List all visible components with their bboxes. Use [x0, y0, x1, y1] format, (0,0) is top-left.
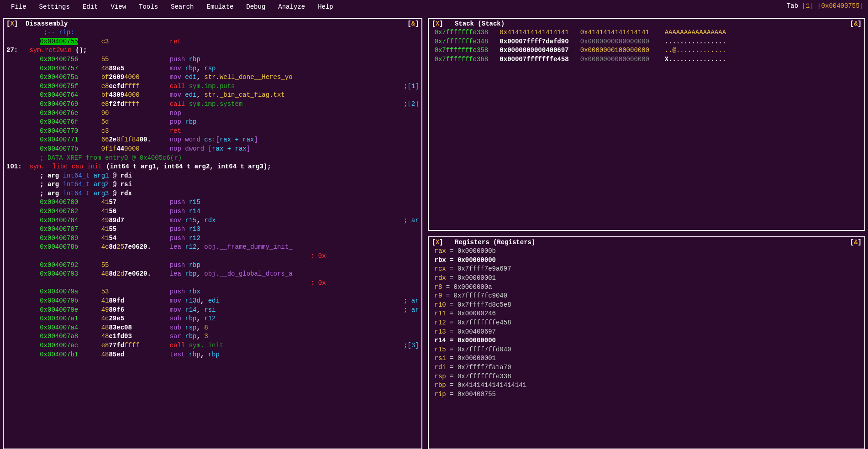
- disasm-line[interactable]: 0x00400769 e8f2fdffffcall sym.imp.system…: [9, 100, 419, 109]
- disasm-line[interactable]: 0x00400782 4156push r14: [9, 207, 419, 216]
- disasm-line[interactable]: 101: sym.__libc_csu_init (int64_t arg1, …: [6, 162, 419, 172]
- disasm-line[interactable]: 0x0040079a 53push rbx: [9, 287, 419, 297]
- register-row[interactable]: rip = 0x00400755: [434, 390, 862, 399]
- disasm-line[interactable]: 0x004007b1 4885edtest rbp, rbp: [9, 350, 419, 360]
- options-icon[interactable]: [&]: [850, 238, 862, 247]
- close-icon[interactable]: [X]: [431, 20, 443, 27]
- menu-edit[interactable]: Edit: [76, 2, 105, 13]
- disasm-line[interactable]: 0x0040076f 5dpop rbp: [9, 118, 419, 127]
- tab-label: Tab: [787, 2, 798, 10]
- disasm-line[interactable]: 0x00400764 bf43094000mov edi, str._bin_c…: [9, 91, 419, 100]
- disasm-line[interactable]: 0x0040076e 90nop: [9, 109, 419, 118]
- disasm-line[interactable]: ; arg int64_t arg2 @ rsi: [9, 180, 419, 189]
- registers-panel[interactable]: [X] Registers (Registers) [&] rax = 0x00…: [428, 236, 865, 449]
- menu-settings[interactable]: Settings: [33, 2, 76, 13]
- menu-debug[interactable]: Debug: [240, 2, 272, 13]
- register-row[interactable]: r11 = 0x00000246: [434, 309, 862, 318]
- register-row[interactable]: rdi = 0x7ffff7fa1a70: [434, 363, 862, 372]
- registers-body[interactable]: rax = 0x0000000brbx = 0x00000000rcx = 0x…: [431, 247, 862, 399]
- menu-search[interactable]: Search: [164, 2, 200, 13]
- panel-title-text: Registers (Registers): [455, 239, 535, 246]
- disasm-line[interactable]: 0x00400770 c3ret: [9, 127, 419, 136]
- disasm-line[interactable]: 0x0040078b 4c8d257e0620.lea r12, obj.__f…: [9, 243, 419, 252]
- disasm-line[interactable]: 0x00400771 662e0f1f8400.nop word cs:[rax…: [9, 136, 419, 145]
- panel-title-text: Stack (Stack): [455, 20, 505, 27]
- register-row[interactable]: r10 = 0x7ffff7d8c5e8: [434, 301, 862, 310]
- disasm-line[interactable]: 0x004007ac e877fdffffcall sym._init;[3]: [9, 341, 419, 350]
- main-area: [X] Disassembly [&] ;-- rip: 0x00400755 …: [0, 15, 868, 449]
- stack-panel[interactable]: [X] Stack (Stack) [&] 0x7fffffffe338 0x4…: [428, 18, 865, 231]
- stack-row[interactable]: 0x7fffffffe338 0x4141414141414141 0x4141…: [434, 28, 862, 37]
- register-row[interactable]: r15 = 0x7ffff7ffd040: [434, 345, 862, 355]
- close-icon[interactable]: [X]: [431, 239, 443, 246]
- tab-address: [0x00400755]: [817, 2, 863, 10]
- disasm-line[interactable]: 0x0040075f e8ecfdffffcall sym.imp.puts;[…: [9, 82, 419, 91]
- register-row[interactable]: rdx = 0x00000001: [434, 274, 862, 283]
- disasm-line[interactable]: ; 0x: [9, 279, 419, 288]
- register-row[interactable]: rax = 0x0000000b: [434, 247, 862, 256]
- register-row[interactable]: rcx = 0x7ffff7e9a697: [434, 265, 862, 274]
- stack-body[interactable]: 0x7fffffffe338 0x4141414141414141 0x4141…: [431, 28, 862, 64]
- disassembly-panel[interactable]: [X] Disassembly [&] ;-- rip: 0x00400755 …: [3, 18, 422, 449]
- menu-view[interactable]: View: [104, 2, 132, 13]
- register-row[interactable]: rbp = 0x4141414141414141: [434, 381, 862, 390]
- disasm-line[interactable]: ; arg int64_t arg1 @ rdi: [9, 172, 419, 181]
- menu-analyze[interactable]: Analyze: [272, 2, 311, 13]
- register-row[interactable]: r14 = 0x00000000: [434, 336, 862, 345]
- disasm-line[interactable]: 0x0040079e 4989f6mov r14, rsi; ar: [9, 306, 419, 315]
- disasm-line[interactable]: 0x0040075a bf26094000mov edi, str.Well_d…: [9, 73, 419, 82]
- disasm-line[interactable]: 0x004007a1 4c29e5sub rbp, r12: [9, 314, 419, 324]
- disasm-line[interactable]: 0x004007a4 4883ec08sub rsp, 8: [9, 324, 419, 333]
- menu-file[interactable]: File: [5, 2, 33, 13]
- register-row[interactable]: r12 = 0x7fffffffe458: [434, 318, 862, 328]
- disassembly-body[interactable]: ;-- rip: 0x00400755 c3ret 27: sym.ret2wi…: [6, 28, 419, 359]
- disasm-line[interactable]: ; DATA XREF from entry0 @ 0x4005c6(r): [9, 154, 419, 163]
- disasm-line[interactable]: 0x00400780 4157push r15: [9, 198, 419, 207]
- menubar: FileSettingsEditViewToolsSearchEmulateDe…: [0, 0, 868, 15]
- disasm-line[interactable]: ;-- rip:: [9, 28, 419, 37]
- disasm-line[interactable]: 0x00400789 4154push r12: [9, 234, 419, 243]
- panel-title-text: Disassembly: [26, 20, 68, 27]
- disasm-line[interactable]: 0x004007a8 48c1fd03sar rbp, 3: [9, 332, 419, 341]
- disasm-line[interactable]: 27: sym.ret2win ();: [6, 46, 419, 55]
- disasm-line[interactable]: 0x0040077b 0f1f440000nop dword [rax + ra…: [9, 145, 419, 154]
- options-icon[interactable]: [&]: [850, 20, 862, 29]
- register-row[interactable]: r13 = 0x00400697: [434, 328, 862, 337]
- register-row[interactable]: rbx = 0x00000000: [434, 256, 862, 265]
- menu-emulate[interactable]: Emulate: [200, 2, 240, 13]
- disasm-line[interactable]: ; arg int64_t arg3 @ rdx: [9, 189, 419, 198]
- register-row[interactable]: rsp = 0x7fffffffe338: [434, 372, 862, 381]
- register-row[interactable]: rsi = 0x00000001: [434, 354, 862, 363]
- stack-row[interactable]: 0x7fffffffe368 0x00007fffffffe458 0x0000…: [434, 55, 862, 64]
- menu-tools[interactable]: Tools: [132, 2, 164, 13]
- stack-row[interactable]: 0x7fffffffe358 0x0000000000400697 0x0000…: [434, 46, 862, 55]
- options-icon[interactable]: [&]: [407, 20, 419, 29]
- menu-left: FileSettingsEditViewToolsSearchEmulateDe…: [5, 2, 340, 13]
- disasm-line[interactable]: 0x00400756 55push rbp: [9, 55, 419, 64]
- close-icon[interactable]: [X]: [6, 20, 18, 27]
- disasm-line[interactable]: 0x00400755 c3ret: [9, 37, 419, 47]
- disasm-line[interactable]: 0x0040079b 4189fdmov r13d, edi; ar: [9, 297, 419, 306]
- tab-number: [1]: [802, 2, 814, 10]
- register-row[interactable]: r8 = 0x0000000a: [434, 283, 862, 292]
- disasm-line[interactable]: 0x00400787 4155push r13: [9, 225, 419, 234]
- register-row[interactable]: r9 = 0x7ffff7fc9040: [434, 292, 862, 301]
- menu-help[interactable]: Help: [311, 2, 340, 13]
- disasm-line[interactable]: 0x00400793 488d2d7e0620.lea rbp, obj.__d…: [9, 270, 419, 279]
- disasm-line[interactable]: 0x00400757 4889e5mov rbp, rsp: [9, 64, 419, 73]
- disasm-line[interactable]: ; 0x: [9, 252, 419, 261]
- stack-row[interactable]: 0x7fffffffe348 0x00007ffff7dafd90 0x0000…: [434, 37, 862, 47]
- disasm-line[interactable]: 0x00400784 4989d7mov r15, rdx; ar: [9, 216, 419, 225]
- disasm-line[interactable]: 0x00400792 55push rbp: [9, 261, 419, 270]
- tab-indicator: Tab [1] [0x00400755]: [787, 2, 863, 13]
